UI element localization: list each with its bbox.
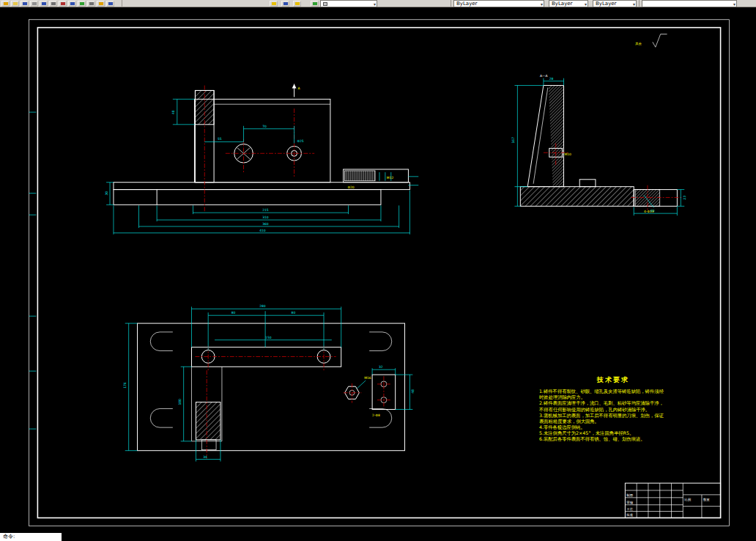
layer-state-icon[interactable] — [311, 1, 319, 7]
hole-callout: 4-Φ13 — [644, 210, 654, 213]
layer-tool-icon[interactable] — [281, 1, 289, 7]
dim-label: 410 — [259, 229, 266, 232]
command-prompt-label: 命令: — [3, 534, 15, 540]
preview-icon[interactable] — [40, 1, 48, 7]
title-block-label: 审核 — [626, 501, 633, 504]
corner-slot — [369, 332, 392, 351]
dim-label: 80 — [292, 311, 296, 314]
dim-label: Φ25 — [297, 139, 304, 143]
corner-slot — [150, 332, 173, 351]
fold-marks — [29, 112, 37, 429]
dim-label: 360 — [262, 222, 269, 226]
title-block-label: 数量 — [703, 498, 710, 501]
chevron-down-icon: ▾ — [585, 1, 587, 7]
roughness-symbol-icon — [653, 34, 667, 47]
tech-requirement-item: 1.铸件不得有裂纹、砂眼、缩孔及夹渣等铸造缺陷，铸件须经时效处理消除内应力。 — [539, 389, 667, 400]
tech-requirement-item: 6.装配后各零件表面不得有锈、蚀、碰、划伤痕迹。 — [539, 436, 667, 442]
front-view: A 40 70 55 Φ25 — [105, 84, 418, 235]
dim-label: 34 — [203, 455, 207, 459]
plotstyle-combo[interactable]: ▾ — [642, 0, 737, 7]
lineweight-combo-label: ByLayer — [596, 1, 616, 7]
section-mark-label: A — [298, 87, 300, 90]
hole-label: Φ20 — [348, 185, 355, 189]
corner-slot — [150, 408, 173, 427]
lineweight-combo[interactable]: ByLayer▾ — [593, 0, 637, 7]
title-block-label: 比例 — [684, 498, 691, 502]
dim-label: 48 — [411, 389, 415, 394]
chevron-down-icon: ▾ — [374, 1, 376, 7]
cut-icon[interactable] — [59, 1, 67, 7]
surface-note-label: 其余 — [635, 42, 642, 46]
tech-requirement-item: 5.未注倒角尺寸为2×45°，未注圆角半径R5。 — [539, 430, 667, 436]
color-combo-label: ByLayer — [456, 1, 477, 7]
color-combo[interactable]: ByLayer▾ — [453, 0, 544, 7]
copy-icon[interactable] — [68, 1, 76, 7]
application-window: ▾ ByLayer▾ ByLayer▾ ByLayer▾ ▾ — [0, 0, 756, 541]
toolbar-separator — [122, 0, 122, 7]
toolbar: ▾ ByLayer▾ ByLayer▾ ByLayer▾ ▾ — [0, 0, 756, 7]
sheet-frame — [29, 20, 730, 526]
tech-requirement-item: 2.铸件表面应清理干净，浇口、毛刺、粘砂等均应清除干净，不得有任何影响使用的铸造… — [539, 400, 667, 412]
tech-requirement-item: 3.需机械加工的表面，加工后不得有明显的刀痕、划伤，保证表面粗糙度要求，倒大圆角… — [539, 413, 667, 424]
corner-slot — [369, 408, 392, 427]
section-arrow-icon — [292, 84, 297, 89]
command-line[interactable]: 命令: — [0, 533, 62, 541]
dim-label: 55 — [218, 138, 222, 141]
linetype-combo[interactable]: ByLayer▾ — [549, 0, 588, 7]
title-block-label: 批准 — [626, 513, 633, 517]
dim-label: 30 — [105, 191, 108, 196]
dim-label: 167 — [511, 137, 515, 144]
dim-label: 23 — [683, 196, 686, 200]
dim-label: 176 — [123, 382, 127, 389]
new-file-icon[interactable] — [1, 1, 10, 7]
section-view: A—A 28 167 23 — [511, 74, 686, 216]
print-icon[interactable] — [30, 1, 38, 7]
thread-label: M16 — [364, 376, 371, 380]
chevron-down-icon: ▾ — [733, 1, 735, 7]
drawing-canvas[interactable]: 其余 A — [0, 7, 756, 541]
dim-label: 40 — [171, 110, 175, 114]
title-block: 制图 审核 工艺 批准 比例 数量 — [625, 483, 720, 518]
layer-props-icon[interactable] — [293, 1, 301, 7]
technical-requirements: 技术要求 1.铸件不得有裂纹、砂眼、缩孔及夹渣等铸造缺陷，铸件须经时效处理消除内… — [539, 375, 667, 443]
dim-label: 28 — [549, 77, 554, 81]
linetype-combo-label: ByLayer — [552, 1, 572, 7]
hole-callout: 2-Φ8 — [372, 413, 380, 417]
chevron-down-icon: ▾ — [633, 1, 635, 7]
pan-icon[interactable] — [106, 1, 114, 7]
chevron-down-icon: ▾ — [541, 1, 543, 7]
title-block-label: 制图 — [626, 493, 633, 497]
plan-view: 280 80 80 150 176 100 32 48 M16 2-Φ8 — [123, 304, 415, 461]
section-view-title: A—A — [540, 74, 547, 78]
save-icon[interactable] — [21, 1, 29, 7]
dim-label: 100 — [178, 399, 182, 405]
dim-label: 70 — [262, 125, 267, 128]
dim-label: 280 — [259, 304, 266, 308]
dim-label: 32 — [379, 365, 383, 369]
tech-requirement-item: 4.零件各棱边应倒钝。 — [539, 424, 667, 430]
tech-requirements-title: 技术要求 — [539, 375, 667, 385]
open-file-icon[interactable] — [11, 1, 19, 7]
surface-finish-note: 其余 — [635, 34, 667, 47]
redo-icon[interactable] — [97, 1, 105, 7]
dim-label: 310 — [262, 216, 269, 219]
undo-icon[interactable] — [87, 1, 95, 7]
dim-label: 150 — [265, 336, 272, 339]
thread-label: M10 — [565, 152, 572, 156]
title-block-label: 工艺 — [626, 507, 633, 511]
dim-label: 215 — [262, 208, 269, 212]
toolbar-separator — [451, 0, 451, 7]
color-tool-icon[interactable] — [270, 1, 278, 7]
paste-icon[interactable] — [78, 1, 86, 7]
spell-icon[interactable] — [49, 1, 57, 7]
toolbar-separator — [639, 0, 640, 7]
thread-label: M12 — [387, 176, 394, 180]
dim-label: 80 — [231, 311, 236, 314]
layer-combo[interactable]: ▾ — [320, 0, 377, 7]
